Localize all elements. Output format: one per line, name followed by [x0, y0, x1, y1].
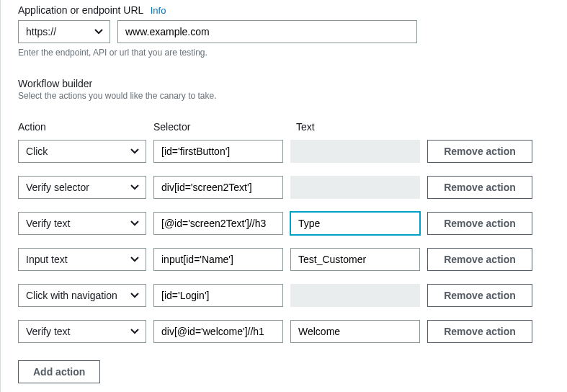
remove-action-button[interactable]: Remove action — [427, 212, 532, 235]
selector-input[interactable] — [153, 176, 283, 199]
remove-action-button[interactable]: Remove action — [427, 176, 532, 199]
workflow-row: Input textRemove action — [18, 248, 567, 271]
action-select[interactable]: Verify selector — [18, 176, 146, 199]
text-input-disabled — [290, 176, 420, 199]
protocol-select[interactable]: https:// — [18, 20, 110, 43]
text-input-disabled — [290, 284, 420, 307]
action-select-label: Verify text — [26, 326, 70, 337]
selector-input[interactable] — [153, 284, 283, 307]
action-select-label: Click with navigation — [26, 290, 117, 301]
action-select[interactable]: Verify text — [18, 320, 146, 343]
action-select[interactable]: Input text — [18, 248, 146, 271]
header-action: Action — [18, 121, 153, 133]
endpoint-url-label: Application or endpoint URL Info — [18, 4, 567, 16]
selector-input[interactable] — [153, 140, 283, 163]
endpoint-hint: Enter the endpoint, API or url that you … — [18, 48, 567, 58]
info-link[interactable]: Info — [151, 5, 166, 16]
add-action-button[interactable]: Add action — [18, 360, 100, 383]
workflow-row: Verify selectorRemove action — [18, 176, 567, 199]
workflow-subtitle: Select the actions you would like the ca… — [18, 91, 567, 101]
text-input[interactable] — [290, 320, 420, 343]
endpoint-url-input[interactable] — [117, 20, 417, 43]
remove-action-button[interactable]: Remove action — [427, 320, 532, 343]
remove-action-button[interactable]: Remove action — [427, 140, 532, 163]
action-select-label: Verify text — [26, 218, 70, 229]
action-select[interactable]: Verify text — [18, 212, 146, 235]
remove-action-button[interactable]: Remove action — [427, 248, 532, 271]
workflow-row: Verify textRemove action — [18, 212, 567, 235]
selector-input[interactable] — [153, 320, 283, 343]
header-text: Text — [296, 121, 439, 133]
workflow-row: Verify textRemove action — [18, 320, 567, 343]
action-select-label: Verify selector — [26, 182, 89, 193]
workflow-title: Workflow builder — [18, 78, 567, 89]
header-selector: Selector — [153, 121, 296, 133]
workflow-row: ClickRemove action — [18, 140, 567, 163]
text-input[interactable] — [290, 212, 420, 235]
action-select-label: Click — [26, 146, 48, 157]
remove-action-button[interactable]: Remove action — [427, 284, 532, 307]
action-select[interactable]: Click with navigation — [18, 284, 146, 307]
selector-input[interactable] — [153, 248, 283, 271]
action-select-label: Input text — [26, 254, 68, 265]
text-input-disabled — [290, 140, 420, 163]
workflow-row: Click with navigationRemove action — [18, 284, 567, 307]
text-input[interactable] — [290, 248, 420, 271]
selector-input[interactable] — [153, 212, 283, 235]
action-select[interactable]: Click — [18, 140, 146, 163]
